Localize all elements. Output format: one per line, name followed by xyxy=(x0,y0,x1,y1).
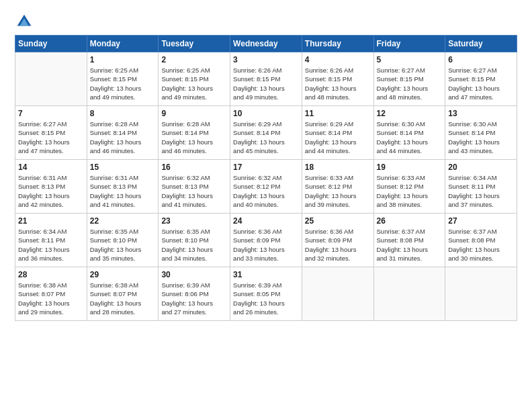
calendar-cell: 25Sunrise: 6:36 AMSunset: 8:09 PMDayligh… xyxy=(302,214,373,267)
calendar-cell: 28Sunrise: 6:38 AMSunset: 8:07 PMDayligh… xyxy=(15,267,87,321)
day-number: 31 xyxy=(233,270,299,279)
calendar-cell: 23Sunrise: 6:35 AMSunset: 8:10 PMDayligh… xyxy=(159,214,230,267)
day-info: Sunrise: 6:38 AMSunset: 8:07 PMDaylight:… xyxy=(90,281,156,316)
day-info: Sunrise: 6:26 AMSunset: 8:15 PMDaylight:… xyxy=(233,66,299,101)
day-number: 15 xyxy=(90,163,156,172)
day-number: 2 xyxy=(161,55,227,64)
day-number: 12 xyxy=(377,109,443,118)
calendar-cell: 8Sunrise: 6:28 AMSunset: 8:14 PMDaylight… xyxy=(87,106,159,160)
day-number: 30 xyxy=(161,270,227,279)
day-info: Sunrise: 6:37 AMSunset: 8:08 PMDaylight:… xyxy=(377,227,443,263)
calendar-cell: 18Sunrise: 6:33 AMSunset: 8:12 PMDayligh… xyxy=(302,160,373,214)
day-info: Sunrise: 6:34 AMSunset: 8:11 PMDaylight:… xyxy=(448,173,514,209)
day-number: 14 xyxy=(18,163,84,172)
calendar-cell: 14Sunrise: 6:31 AMSunset: 8:13 PMDayligh… xyxy=(15,160,87,214)
day-number: 5 xyxy=(377,55,443,64)
logo-icon xyxy=(15,12,34,31)
day-info: Sunrise: 6:27 AMSunset: 8:15 PMDaylight:… xyxy=(448,66,514,101)
day-info: Sunrise: 6:38 AMSunset: 8:07 PMDaylight:… xyxy=(18,281,84,316)
calendar-cell: 19Sunrise: 6:33 AMSunset: 8:12 PMDayligh… xyxy=(373,160,445,214)
calendar-cell: 10Sunrise: 6:29 AMSunset: 8:14 PMDayligh… xyxy=(230,106,302,160)
calendar-week-4: 28Sunrise: 6:38 AMSunset: 8:07 PMDayligh… xyxy=(15,267,517,321)
day-number: 9 xyxy=(161,109,227,118)
calendar-cell: 24Sunrise: 6:36 AMSunset: 8:09 PMDayligh… xyxy=(230,214,302,267)
header-thursday: Thursday xyxy=(302,36,373,52)
calendar-cell: 17Sunrise: 6:32 AMSunset: 8:12 PMDayligh… xyxy=(230,160,302,214)
calendar-cell: 7Sunrise: 6:27 AMSunset: 8:15 PMDaylight… xyxy=(15,106,87,160)
day-info: Sunrise: 6:39 AMSunset: 8:06 PMDaylight:… xyxy=(161,281,227,316)
header-tuesday: Tuesday xyxy=(159,36,230,52)
calendar-week-2: 14Sunrise: 6:31 AMSunset: 8:13 PMDayligh… xyxy=(15,160,517,214)
day-number: 1 xyxy=(90,55,156,64)
day-info: Sunrise: 6:31 AMSunset: 8:13 PMDaylight:… xyxy=(18,173,84,209)
calendar-cell: 20Sunrise: 6:34 AMSunset: 8:11 PMDayligh… xyxy=(445,160,517,214)
day-info: Sunrise: 6:27 AMSunset: 8:15 PMDaylight:… xyxy=(377,66,443,101)
day-number: 6 xyxy=(448,55,514,64)
calendar-header-row: SundayMondayTuesdayWednesdayThursdayFrid… xyxy=(15,36,517,52)
day-info: Sunrise: 6:31 AMSunset: 8:13 PMDaylight:… xyxy=(90,173,156,209)
day-number: 10 xyxy=(233,109,299,118)
day-info: Sunrise: 6:29 AMSunset: 8:14 PMDaylight:… xyxy=(305,120,371,155)
day-number: 8 xyxy=(90,109,156,118)
logo xyxy=(15,12,36,31)
calendar-cell: 2Sunrise: 6:25 AMSunset: 8:15 PMDaylight… xyxy=(159,52,230,106)
header-monday: Monday xyxy=(87,36,159,52)
calendar-cell: 29Sunrise: 6:38 AMSunset: 8:07 PMDayligh… xyxy=(87,267,159,321)
header-friday: Friday xyxy=(373,36,445,52)
day-info: Sunrise: 6:36 AMSunset: 8:09 PMDaylight:… xyxy=(305,227,371,263)
header-sunday: Sunday xyxy=(15,36,87,52)
calendar-cell: 9Sunrise: 6:28 AMSunset: 8:14 PMDaylight… xyxy=(159,106,230,160)
day-info: Sunrise: 6:35 AMSunset: 8:10 PMDaylight:… xyxy=(90,227,156,263)
calendar-cell xyxy=(15,52,87,106)
day-info: Sunrise: 6:25 AMSunset: 8:15 PMDaylight:… xyxy=(90,66,156,101)
day-info: Sunrise: 6:27 AMSunset: 8:15 PMDaylight:… xyxy=(18,120,84,155)
calendar-week-1: 7Sunrise: 6:27 AMSunset: 8:15 PMDaylight… xyxy=(15,106,517,160)
calendar-cell: 27Sunrise: 6:37 AMSunset: 8:08 PMDayligh… xyxy=(445,214,517,267)
day-number: 28 xyxy=(18,270,84,279)
day-info: Sunrise: 6:34 AMSunset: 8:11 PMDaylight:… xyxy=(18,227,84,263)
calendar-cell: 4Sunrise: 6:26 AMSunset: 8:15 PMDaylight… xyxy=(302,52,373,106)
day-number: 25 xyxy=(305,216,371,226)
calendar-cell xyxy=(445,267,517,321)
calendar-cell: 11Sunrise: 6:29 AMSunset: 8:14 PMDayligh… xyxy=(302,106,373,160)
day-number: 21 xyxy=(18,216,84,226)
day-info: Sunrise: 6:28 AMSunset: 8:14 PMDaylight:… xyxy=(90,120,156,155)
day-number: 17 xyxy=(233,163,299,172)
day-number: 22 xyxy=(90,216,156,226)
day-number: 27 xyxy=(448,216,514,226)
day-info: Sunrise: 6:26 AMSunset: 8:15 PMDaylight:… xyxy=(305,66,371,101)
day-info: Sunrise: 6:25 AMSunset: 8:15 PMDaylight:… xyxy=(161,66,227,101)
day-info: Sunrise: 6:30 AMSunset: 8:14 PMDaylight:… xyxy=(448,120,514,155)
calendar-cell: 12Sunrise: 6:30 AMSunset: 8:14 PMDayligh… xyxy=(373,106,445,160)
calendar-week-0: 1Sunrise: 6:25 AMSunset: 8:15 PMDaylight… xyxy=(15,52,517,106)
day-info: Sunrise: 6:33 AMSunset: 8:12 PMDaylight:… xyxy=(305,173,371,209)
day-number: 3 xyxy=(233,55,299,64)
day-info: Sunrise: 6:35 AMSunset: 8:10 PMDaylight:… xyxy=(161,227,227,263)
calendar-cell: 30Sunrise: 6:39 AMSunset: 8:06 PMDayligh… xyxy=(159,267,230,321)
page: SundayMondayTuesdayWednesdayThursdayFrid… xyxy=(0,0,532,328)
day-info: Sunrise: 6:33 AMSunset: 8:12 PMDaylight:… xyxy=(377,173,443,209)
day-info: Sunrise: 6:30 AMSunset: 8:14 PMDaylight:… xyxy=(377,120,443,155)
calendar-cell xyxy=(302,267,373,321)
calendar-cell: 1Sunrise: 6:25 AMSunset: 8:15 PMDaylight… xyxy=(87,52,159,106)
day-number: 4 xyxy=(305,55,371,64)
day-number: 11 xyxy=(305,109,371,118)
day-number: 20 xyxy=(448,163,514,172)
header-wednesday: Wednesday xyxy=(230,36,302,52)
day-number: 18 xyxy=(305,163,371,172)
day-number: 26 xyxy=(377,216,443,226)
calendar-cell xyxy=(373,267,445,321)
calendar-cell: 21Sunrise: 6:34 AMSunset: 8:11 PMDayligh… xyxy=(15,214,87,267)
calendar-cell: 5Sunrise: 6:27 AMSunset: 8:15 PMDaylight… xyxy=(373,52,445,106)
day-info: Sunrise: 6:32 AMSunset: 8:13 PMDaylight:… xyxy=(161,173,227,209)
calendar-cell: 6Sunrise: 6:27 AMSunset: 8:15 PMDaylight… xyxy=(445,52,517,106)
calendar-cell: 13Sunrise: 6:30 AMSunset: 8:14 PMDayligh… xyxy=(445,106,517,160)
calendar-table: SundayMondayTuesdayWednesdayThursdayFrid… xyxy=(15,35,517,321)
day-info: Sunrise: 6:32 AMSunset: 8:12 PMDaylight:… xyxy=(233,173,299,209)
day-number: 13 xyxy=(448,109,514,118)
day-number: 29 xyxy=(90,270,156,279)
day-info: Sunrise: 6:36 AMSunset: 8:09 PMDaylight:… xyxy=(233,227,299,263)
header xyxy=(15,12,517,31)
header-saturday: Saturday xyxy=(445,36,517,52)
calendar-cell: 15Sunrise: 6:31 AMSunset: 8:13 PMDayligh… xyxy=(87,160,159,214)
